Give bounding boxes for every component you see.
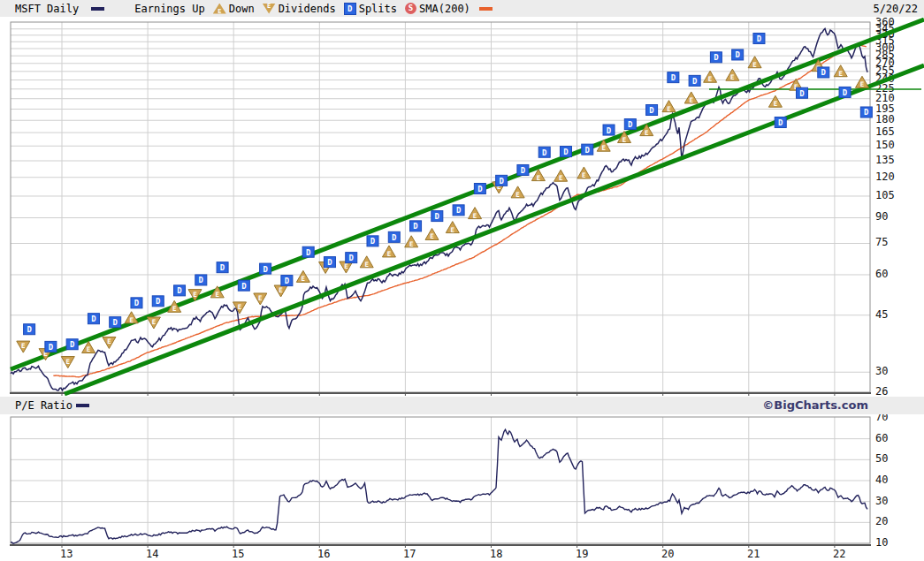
svg-text:E: E xyxy=(430,232,434,240)
legend-earnings-up-label: Earnings Up xyxy=(134,3,204,15)
dividend-marker: D xyxy=(217,262,228,273)
price-axis-tick-label: 105 xyxy=(875,189,895,201)
dividend-marker: D xyxy=(281,276,293,286)
dividend-marker: D xyxy=(24,324,35,335)
svg-text:D: D xyxy=(649,106,654,115)
svg-text:D: D xyxy=(456,206,462,215)
dividend-marker: D xyxy=(131,298,142,308)
dividend-icon: D xyxy=(344,3,356,15)
year-axis-label: 14 xyxy=(146,548,158,560)
dividend-marker: D xyxy=(710,52,722,63)
price-axis-tick-label: 165 xyxy=(875,125,895,138)
dividend-marker: D xyxy=(410,221,422,231)
svg-text:E: E xyxy=(193,291,197,299)
svg-text:D: D xyxy=(799,89,805,98)
svg-text:E: E xyxy=(238,303,242,311)
dividend-marker: D xyxy=(775,117,786,127)
svg-text:D: D xyxy=(413,222,418,231)
svg-text:E: E xyxy=(451,226,455,234)
dividend-marker: D xyxy=(582,144,593,155)
svg-text:D: D xyxy=(220,263,225,272)
earnings-up-marker: E xyxy=(511,186,524,199)
price-axis-tick-label: 150 xyxy=(875,139,895,151)
year-axis-label: 22 xyxy=(833,548,845,560)
svg-text:D: D xyxy=(27,325,32,334)
svg-text:E: E xyxy=(279,286,283,294)
earnings-up-marker: E xyxy=(748,57,761,69)
dividend-marker: D xyxy=(388,231,400,242)
svg-text:D: D xyxy=(843,88,848,97)
legend-splits-label: Splits xyxy=(359,3,397,15)
svg-text:E: E xyxy=(152,318,157,326)
svg-text:E: E xyxy=(689,96,693,104)
earnings-up-marker: E xyxy=(425,228,439,240)
earnings-up-marker: E xyxy=(446,222,459,234)
price-line-swatch xyxy=(91,7,104,11)
svg-text:E: E xyxy=(364,261,369,269)
svg-text:E: E xyxy=(129,316,134,324)
channel-lower xyxy=(65,65,924,394)
legend-earnings-down-label: Down xyxy=(229,3,255,15)
year-axis-label: 13 xyxy=(60,548,73,560)
earnings-up-marker: E xyxy=(662,101,676,113)
dividend-marker: D xyxy=(66,339,78,350)
svg-text:E: E xyxy=(860,80,865,88)
earnings-up-marker: E xyxy=(531,170,545,182)
pe-ratio-label: P/E Ratio xyxy=(15,399,73,412)
plot-border xyxy=(11,417,870,543)
earnings-up-marker: E xyxy=(82,341,95,353)
pe-axis-tick-label: 40 xyxy=(875,474,888,486)
earnings-down-marker: E xyxy=(274,285,287,297)
svg-text:D: D xyxy=(628,120,633,129)
earnings-up-marker: E xyxy=(640,125,653,137)
svg-text:D: D xyxy=(435,212,440,221)
price-axis-tick-label: 45 xyxy=(875,308,888,321)
svg-text:D: D xyxy=(671,73,676,82)
dividend-marker: D xyxy=(496,175,508,186)
sma-line-swatch xyxy=(479,7,493,11)
dividend-marker: D xyxy=(753,34,765,44)
svg-text:D: D xyxy=(156,297,161,306)
svg-text:D: D xyxy=(563,148,569,156)
svg-text:D: D xyxy=(864,108,869,117)
split-icon: S xyxy=(405,3,416,14)
earnings-down-marker: E xyxy=(61,357,74,368)
svg-text:E: E xyxy=(473,212,477,220)
svg-text:E: E xyxy=(667,105,671,113)
svg-text:D: D xyxy=(70,340,75,349)
svg-text:D: D xyxy=(91,315,96,323)
svg-text:E: E xyxy=(730,73,735,81)
earnings-down-marker: E xyxy=(39,349,52,360)
svg-text:E: E xyxy=(302,275,306,283)
dividend-marker: D xyxy=(88,314,99,324)
price-axis-tick-label: 60 xyxy=(875,268,888,280)
svg-text:E: E xyxy=(515,191,520,199)
svg-text:D: D xyxy=(607,126,612,135)
svg-text:D: D xyxy=(285,277,290,285)
channel-upper xyxy=(11,19,924,369)
svg-text:E: E xyxy=(537,174,541,182)
price-axis-tick-label: 26 xyxy=(875,385,888,398)
svg-text:D: D xyxy=(499,177,504,186)
svg-text:E: E xyxy=(559,174,563,182)
year-axis-label: 18 xyxy=(490,548,502,560)
dividend-marker: D xyxy=(732,49,744,60)
pe-ratio-line xyxy=(11,429,867,543)
earnings-up-marker: E xyxy=(405,236,418,248)
svg-text:E: E xyxy=(172,305,177,313)
earnings-up-marker: E xyxy=(618,132,631,144)
pe-axis-tick-label: 60 xyxy=(875,432,888,444)
year-axis-label: 16 xyxy=(317,548,330,560)
date-label: 5/20/22 xyxy=(873,3,918,15)
plot-border xyxy=(11,22,870,392)
pe-axis-tick-label: 50 xyxy=(875,452,888,465)
dividend-marker: D xyxy=(302,246,314,257)
price-line xyxy=(11,28,867,390)
svg-text:E: E xyxy=(582,171,586,179)
dividend-marker: D xyxy=(839,87,851,97)
svg-text:E: E xyxy=(708,75,713,83)
earnings-up-marker: E xyxy=(768,95,782,108)
dividend-marker: D xyxy=(346,253,357,263)
svg-text:D: D xyxy=(327,258,332,267)
earnings-up-marker: E xyxy=(855,76,868,88)
